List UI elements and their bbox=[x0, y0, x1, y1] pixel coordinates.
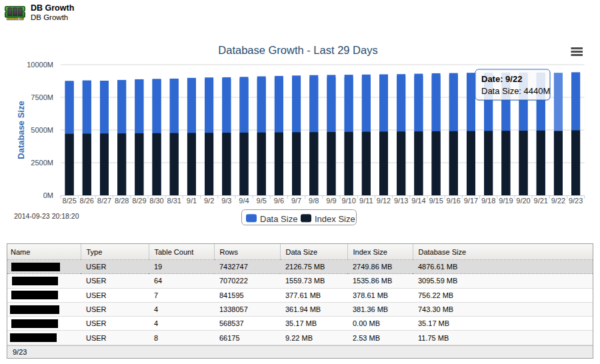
svg-text:8/31: 8/31 bbox=[167, 197, 181, 205]
svg-text:9/14: 9/14 bbox=[411, 197, 425, 205]
svg-text:5000M: 5000M bbox=[31, 126, 53, 134]
svg-text:9/18: 9/18 bbox=[481, 197, 495, 205]
svg-text:9/15: 9/15 bbox=[429, 197, 443, 205]
svg-text:Date: 9/22: Date: 9/22 bbox=[481, 74, 522, 84]
svg-text:2500M: 2500M bbox=[31, 159, 53, 167]
svg-text:9/6: 9/6 bbox=[274, 197, 284, 205]
svg-text:9/4: 9/4 bbox=[239, 197, 249, 205]
svg-text:Index Size: Index Size bbox=[315, 214, 355, 224]
svg-text:Data Size: Data Size bbox=[260, 214, 297, 224]
svg-text:9/19: 9/19 bbox=[499, 197, 513, 205]
svg-text:8/28: 8/28 bbox=[115, 197, 129, 205]
svg-text:8/29: 8/29 bbox=[132, 197, 146, 205]
svg-text:9/11: 9/11 bbox=[359, 197, 373, 205]
svg-text:9/8: 9/8 bbox=[309, 197, 319, 205]
svg-text:8/27: 8/27 bbox=[97, 197, 111, 205]
svg-text:9/16: 9/16 bbox=[447, 197, 461, 205]
svg-text:Database Size: Database Size bbox=[16, 101, 26, 159]
svg-text:2014-09-23 20:18:20: 2014-09-23 20:18:20 bbox=[14, 212, 79, 220]
svg-text:Data Size: 4440M: Data Size: 4440M bbox=[481, 86, 550, 96]
svg-text:8/26: 8/26 bbox=[80, 197, 94, 205]
svg-text:9/7: 9/7 bbox=[291, 197, 301, 205]
svg-text:9/1: 9/1 bbox=[187, 197, 197, 205]
svg-text:7500M: 7500M bbox=[31, 93, 53, 101]
svg-text:9/17: 9/17 bbox=[464, 197, 478, 205]
svg-text:9/3: 9/3 bbox=[221, 197, 231, 205]
svg-text:9/13: 9/13 bbox=[394, 197, 408, 205]
svg-text:8/25: 8/25 bbox=[62, 197, 76, 205]
svg-text:8/30: 8/30 bbox=[149, 197, 163, 205]
svg-text:9/21: 9/21 bbox=[534, 197, 548, 205]
svg-text:9/12: 9/12 bbox=[377, 197, 391, 205]
svg-text:0M: 0M bbox=[43, 191, 53, 199]
svg-text:9/23: 9/23 bbox=[569, 197, 583, 205]
svg-text:9/9: 9/9 bbox=[326, 197, 336, 205]
svg-text:9/22: 9/22 bbox=[551, 197, 565, 205]
svg-text:Database Growth - Last 29 Days: Database Growth - Last 29 Days bbox=[218, 44, 377, 56]
svg-text:9/2: 9/2 bbox=[204, 197, 214, 205]
svg-text:10000M: 10000M bbox=[27, 61, 53, 69]
svg-text:9/5: 9/5 bbox=[257, 197, 267, 205]
svg-text:9/20: 9/20 bbox=[516, 197, 530, 205]
svg-text:9/10: 9/10 bbox=[341, 197, 355, 205]
